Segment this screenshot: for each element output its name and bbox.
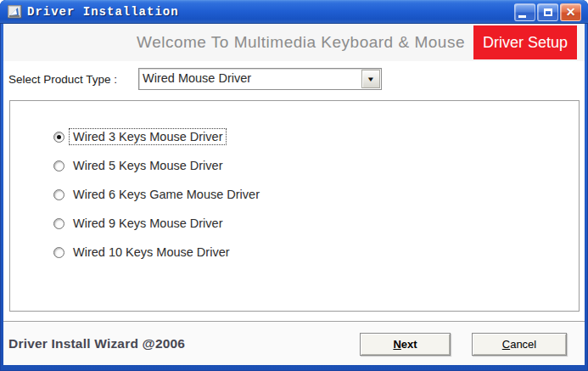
chevron-down-icon: ▼ — [367, 76, 375, 83]
next-button[interactable]: Next — [360, 333, 451, 356]
titlebar[interactable]: Driver Installation ✕ — [0, 0, 588, 24]
product-type-label: Select Product Type : — [8, 73, 138, 86]
radio-option-row[interactable]: Wired 9 Keys Mouse Driver — [53, 209, 579, 238]
setup-app-icon — [8, 5, 22, 19]
radio-unselected-icon[interactable] — [53, 160, 64, 171]
spacer — [3, 312, 585, 321]
radio-option-label: Wired 5 Keys Mouse Driver — [70, 158, 226, 173]
minimize-icon — [518, 15, 526, 18]
maximize-icon — [544, 8, 552, 16]
radio-option-row[interactable]: Wired 10 Keys Mouse Driver — [53, 238, 579, 267]
close-button[interactable]: ✕ — [560, 3, 581, 21]
radio-option-label: Wired 3 Keys Mouse Driver — [70, 129, 226, 144]
radio-option-label: Wired 6 Keys Game Mouse Driver — [70, 187, 263, 202]
driver-options-groupbox: Wired 3 Keys Mouse DriverWired 5 Keys Mo… — [9, 100, 580, 312]
header-banner: Welcome To Multimedia Keyboard & Mouse D… — [3, 24, 585, 61]
combobox-value: Wired Mouse Driver — [139, 69, 361, 89]
footer-bar: Driver Install Wizard @2006 Next Cancel — [3, 323, 585, 365]
driver-setup-badge: Driver Setup — [473, 25, 577, 59]
radio-unselected-icon[interactable] — [53, 189, 64, 200]
dialog-content: Welcome To Multimedia Keyboard & Mouse D… — [3, 24, 585, 365]
combobox-dropdown-button[interactable]: ▼ — [361, 70, 380, 88]
radio-dot — [57, 135, 61, 139]
radio-option-row[interactable]: Wired 6 Keys Game Mouse Driver — [53, 180, 579, 209]
welcome-text: Welcome To Multimedia Keyboard & Mouse — [137, 33, 465, 52]
radio-selected-icon[interactable] — [53, 132, 64, 143]
radio-option-row[interactable]: Wired 3 Keys Mouse Driver — [53, 122, 579, 151]
radio-option-row[interactable]: Wired 5 Keys Mouse Driver — [53, 151, 579, 180]
radio-option-label: Wired 9 Keys Mouse Driver — [70, 216, 226, 231]
wizard-copyright-text: Driver Install Wizard @2006 — [8, 336, 185, 351]
radio-unselected-icon[interactable] — [53, 218, 64, 229]
close-icon: ✕ — [566, 6, 576, 18]
product-type-combobox[interactable]: Wired Mouse Driver ▼ — [138, 68, 382, 90]
radio-unselected-icon[interactable] — [53, 247, 64, 258]
product-type-row: Select Product Type : Wired Mouse Driver… — [8, 61, 585, 90]
window-title: Driver Installation — [27, 5, 179, 19]
radio-option-label: Wired 10 Keys Mouse Driver — [70, 245, 233, 260]
driver-installation-window: Driver Installation ✕ Welcome To Multime… — [0, 0, 588, 371]
titlebar-buttons: ✕ — [514, 3, 581, 21]
maximize-button[interactable] — [537, 3, 558, 21]
cancel-button[interactable]: Cancel — [472, 333, 567, 356]
minimize-button[interactable] — [514, 3, 535, 21]
